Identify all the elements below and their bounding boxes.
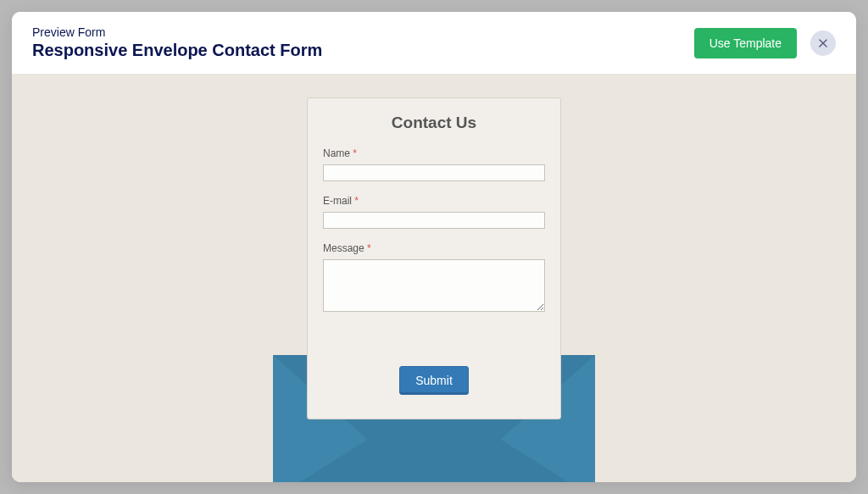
page-title: Responsive Envelope Contact Form bbox=[32, 41, 322, 60]
header-left: Preview Form Responsive Envelope Contact… bbox=[32, 25, 322, 60]
header-right: Use Template bbox=[694, 28, 836, 58]
form-group-email: E-mail * bbox=[323, 195, 545, 229]
preview-modal: Preview Form Responsive Envelope Contact… bbox=[12, 12, 856, 482]
email-label: E-mail * bbox=[323, 195, 545, 207]
message-label-text: Message bbox=[323, 242, 364, 254]
required-mark: * bbox=[367, 242, 371, 254]
close-button[interactable] bbox=[810, 31, 836, 56]
pre-title: Preview Form bbox=[32, 25, 322, 39]
name-input[interactable] bbox=[323, 164, 545, 181]
modal-body: Contact Us Name * E-mail * Message * bbox=[12, 74, 856, 482]
modal-header: Preview Form Responsive Envelope Contact… bbox=[12, 12, 856, 74]
form-group-message: Message * bbox=[323, 242, 545, 315]
required-mark: * bbox=[354, 195, 359, 207]
email-input[interactable] bbox=[323, 212, 545, 229]
use-template-button[interactable]: Use Template bbox=[694, 28, 797, 58]
name-label-text: Name bbox=[323, 147, 350, 159]
message-textarea[interactable] bbox=[323, 259, 545, 312]
required-mark: * bbox=[353, 147, 357, 159]
message-label: Message * bbox=[323, 242, 545, 254]
form-title: Contact Us bbox=[323, 114, 545, 132]
form-group-name: Name * bbox=[323, 147, 545, 181]
email-label-text: E-mail bbox=[323, 195, 352, 207]
close-icon bbox=[817, 37, 829, 49]
submit-button[interactable]: Submit bbox=[399, 366, 469, 395]
name-label: Name * bbox=[323, 147, 545, 159]
contact-form-card: Contact Us Name * E-mail * Message * bbox=[307, 97, 561, 419]
